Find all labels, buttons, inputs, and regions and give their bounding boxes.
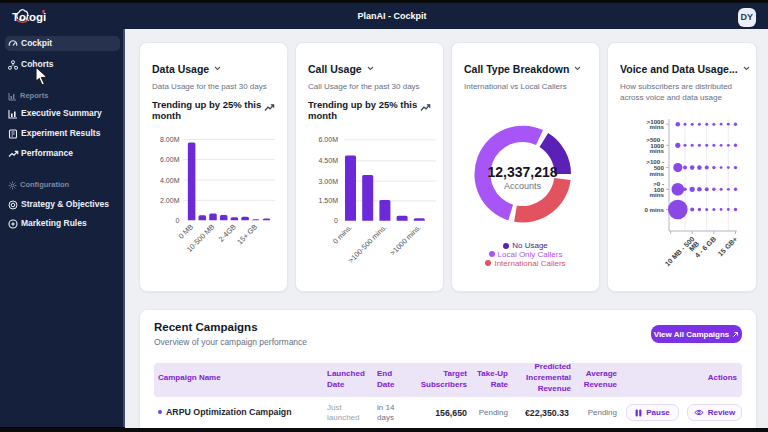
svg-text:15+ GB: 15+ GB <box>235 222 259 246</box>
svg-text:8.00M: 8.00M <box>160 136 180 143</box>
svg-text:4.00M: 4.00M <box>160 177 180 184</box>
svg-text:>1000mins: >1000mins <box>647 118 665 131</box>
svg-text:6.00M: 6.00M <box>319 136 339 143</box>
svg-text:0: 0 <box>334 217 338 224</box>
svg-text:3.00M: 3.00M <box>319 178 339 185</box>
svg-text:15 GB+: 15 GB+ <box>717 235 739 257</box>
svg-text:>1000 mins.: >1000 mins. <box>388 223 423 258</box>
svg-text:4.50M: 4.50M <box>319 157 339 164</box>
svg-text:0 mins.: 0 mins. <box>331 223 354 246</box>
svg-text:Accounts: Accounts <box>504 181 542 191</box>
svg-text:2.00M: 2.00M <box>160 197 180 204</box>
svg-text:0 MB: 0 MB <box>177 222 196 241</box>
svg-text:0: 0 <box>176 217 180 224</box>
svg-text:>0 -100mins: >0 -100mins <box>650 180 665 199</box>
svg-text:>500 -1000mins: >500 -1000mins <box>646 136 664 155</box>
svg-text:0 mins: 0 mins <box>644 206 664 213</box>
svg-text:12,337,218: 12,337,218 <box>487 164 557 180</box>
svg-text:6.00M: 6.00M <box>160 156 180 163</box>
svg-text:>100 -500mins: >100 -500mins <box>646 158 664 177</box>
svg-text:1.50M: 1.50M <box>319 197 339 204</box>
